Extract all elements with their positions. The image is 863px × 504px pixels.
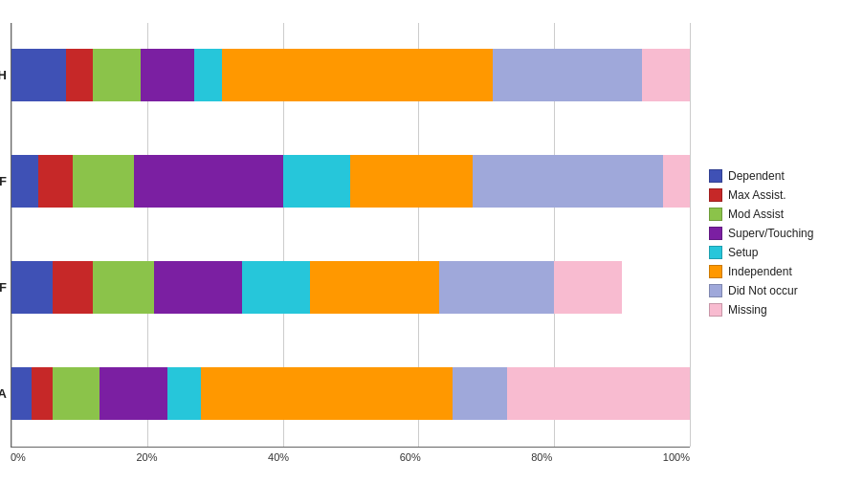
segment-hha-dependent: [11, 367, 32, 420]
segment-hha-setup: [167, 367, 201, 420]
legend-label-2: Mod Assist: [728, 208, 784, 221]
x-label-80: 80%: [531, 451, 552, 463]
segment-irf-missing: [663, 155, 690, 208]
legend-label-4: Setup: [728, 246, 758, 259]
segment-ltch-dependent: [11, 49, 66, 101]
legend-item-4: Setup: [709, 246, 852, 259]
legend-item-7: Missing: [709, 303, 852, 317]
x-label-100: 100%: [663, 451, 690, 463]
segment-irf-didnotoccur: [473, 155, 663, 208]
x-label-0: 0%: [11, 451, 26, 463]
bar-stack-hha: [11, 367, 690, 420]
segment-hha-modassist: [53, 367, 100, 420]
legend-item-5: Independent: [709, 265, 852, 278]
bar-label-ltch: LTCH: [0, 68, 7, 82]
x-label-60: 60%: [400, 451, 421, 463]
segment-ltch-superv: [141, 49, 195, 101]
legend-color-6: [709, 284, 722, 297]
bar-stack-ltch: [11, 49, 690, 101]
legend-label-6: Did Not occur: [728, 284, 798, 297]
segment-ltch-setup: [194, 49, 221, 101]
segment-irf-independent: [350, 155, 473, 208]
chart-area: LTCH IRF: [11, 23, 690, 463]
x-axis-labels: 0% 20% 40% 60% 80% 100%: [11, 451, 690, 463]
legend-color-3: [709, 227, 722, 240]
bar-stack-snf: [11, 261, 690, 314]
legend-label-7: Missing: [728, 303, 767, 317]
segment-snf-independent: [310, 261, 439, 314]
bar-row-snf: SNF: [11, 249, 690, 325]
segment-hha-didnotoccur: [453, 367, 507, 420]
legend-color-4: [709, 246, 722, 259]
segment-irf-dependent: [11, 155, 38, 208]
legend-color-2: [709, 208, 722, 221]
segment-hha-independent: [201, 367, 452, 420]
segment-hha-superv: [100, 367, 167, 420]
legend-item-0: Dependent: [709, 169, 852, 183]
bar-row-hha: HHA: [11, 355, 690, 431]
segment-hha-maxassist: [32, 367, 52, 420]
segment-ltch-missing: [642, 49, 690, 101]
segment-irf-maxassist: [38, 155, 72, 208]
legend-item-3: Superv/Touching: [709, 227, 852, 240]
segment-snf-setup: [242, 261, 310, 314]
legend-label-5: Independent: [728, 265, 792, 278]
bar-label-hha: HHA: [0, 386, 7, 401]
segment-snf-missing: [554, 261, 622, 314]
segment-hha-missing: [507, 367, 690, 420]
legend-label-0: Dependent: [728, 169, 785, 183]
legend: DependentMax Assist.Mod AssistSuperv/Tou…: [690, 23, 852, 463]
legend-color-7: [709, 303, 722, 317]
segment-snf-maxassist: [53, 261, 94, 314]
bar-label-irf: IRF: [0, 174, 7, 188]
legend-label-3: Superv/Touching: [728, 227, 813, 240]
segment-ltch-maxassist: [66, 49, 93, 101]
bar-stack-irf: [11, 155, 690, 208]
bar-label-snf: SNF: [0, 280, 7, 295]
legend-item-2: Mod Assist: [709, 208, 852, 221]
legend-item-6: Did Not occur: [709, 284, 852, 297]
segment-ltch-modassist: [93, 49, 141, 101]
segment-irf-superv: [134, 155, 283, 208]
x-label-20: 20%: [136, 451, 157, 463]
legend-label-1: Max Assist.: [728, 188, 786, 202]
segment-snf-superv: [154, 261, 242, 314]
legend-item-1: Max Assist.: [709, 188, 852, 202]
bars-section: LTCH IRF: [11, 23, 690, 448]
legend-color-5: [709, 265, 722, 278]
segment-ltch-didnotoccur: [493, 49, 642, 101]
x-label-40: 40%: [268, 451, 289, 463]
bar-row-ltch: LTCH: [11, 37, 690, 114]
legend-color-1: [709, 188, 722, 202]
legend-color-0: [709, 169, 722, 183]
segment-irf-setup: [283, 155, 351, 208]
segment-snf-modassist: [93, 261, 154, 314]
segment-snf-didnotoccur: [439, 261, 555, 314]
chart-container: LTCH IRF: [1, 4, 862, 501]
segment-ltch-independent: [222, 49, 494, 101]
segment-irf-modassist: [73, 155, 134, 208]
segment-snf-dependent: [11, 261, 53, 314]
bar-row-irf: IRF: [11, 143, 690, 220]
